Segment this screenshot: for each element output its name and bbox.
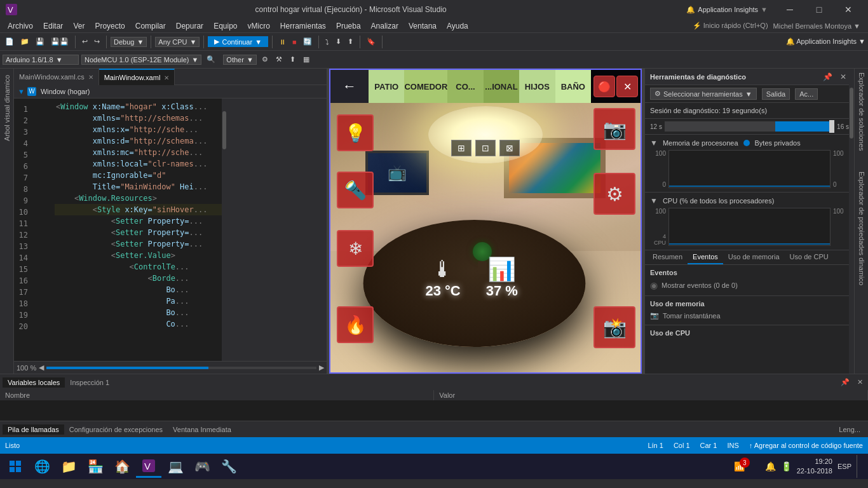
zoom-increase[interactable]: ▶	[319, 363, 324, 372]
menu-analizar[interactable]: Analizar	[366, 20, 403, 32]
close-button[interactable]: ✕	[834, 0, 863, 19]
app-insights-bar[interactable]: 🔔 Application Insights ▼	[679, 0, 775, 19]
bottom-close-icon[interactable]: ✕	[855, 378, 865, 386]
diag-scroll-thumb[interactable]	[850, 88, 853, 139]
tab-uso-cpu[interactable]: Uso de CPU	[785, 250, 834, 264]
tb-settings2[interactable]: ⚙	[259, 54, 271, 65]
top-ctrl-2[interactable]: ⊡	[475, 140, 496, 156]
taskbar-show-desktop[interactable]	[857, 455, 860, 478]
other-dropdown[interactable]: Other ▼	[223, 55, 256, 65]
tab-xaml[interactable]: MainWindow.xaml ✕	[99, 69, 175, 85]
cpu-dropdown[interactable]: Any CPU ▼	[155, 37, 200, 47]
wpf-icon-red1[interactable]: 🔴	[593, 76, 615, 97]
tb-redo[interactable]: ↪	[92, 36, 102, 47]
menu-ventana[interactable]: Ventana	[403, 20, 442, 32]
menu-editar[interactable]: Editar	[38, 20, 68, 32]
tab-xaml-close[interactable]: ✕	[164, 74, 169, 81]
code-content[interactable]: <Window x:Name="hogar" x:Class... xmlns=…	[55, 98, 222, 361]
zoom-decrease[interactable]: ◀	[39, 363, 44, 372]
select-tools-button[interactable]: ⚙ Seleccionar herramientas ▼	[650, 88, 757, 100]
room-tab-patio[interactable]: PATIO	[369, 70, 404, 103]
zoom-slider[interactable]	[46, 367, 316, 369]
memory-expand-icon[interactable]: ▼	[650, 139, 658, 147]
room-tab-co[interactable]: CO...	[447, 70, 483, 103]
menu-archivo[interactable]: Archivo	[3, 20, 38, 32]
snapshot-button[interactable]: 📷 Tomar instantánea	[650, 310, 849, 321]
timeline-track[interactable]	[665, 121, 834, 132]
room-tab-hijos[interactable]: HIJOS	[519, 70, 555, 103]
menu-ver[interactable]: Ver	[68, 20, 90, 32]
menu-herramientas[interactable]: Herramientas	[275, 20, 331, 32]
exception-config-tab[interactable]: Configuración de excepciones	[64, 424, 168, 435]
continue-button[interactable]: ▶ Continuar ▼	[208, 36, 268, 47]
tb-undo[interactable]: ↩	[79, 36, 90, 47]
locals-tab[interactable]: Variables locales	[3, 377, 65, 388]
menu-ayuda[interactable]: Ayuda	[442, 20, 473, 32]
tb-bookmark[interactable]: 🔖	[364, 36, 378, 47]
ctrl-snowflake[interactable]: ❄	[337, 230, 374, 267]
tb-save[interactable]: 💾	[33, 36, 47, 47]
sidebar-explorador-soluciones[interactable]: Explorador de soluciones	[857, 69, 867, 155]
top-ctrl-1[interactable]: ⊞	[451, 140, 471, 156]
ctrl-camera2[interactable]: 📸	[593, 306, 635, 348]
editor-scrollbar[interactable]	[222, 98, 227, 361]
tb-restart[interactable]: 🔄	[301, 36, 315, 47]
diag-pin-button[interactable]: 📌	[820, 72, 835, 81]
taskbar-arduino[interactable]: 💻	[163, 455, 188, 478]
ctrl-lamp1[interactable]: 💡	[337, 114, 374, 151]
sidebar-explorador-propiedades[interactable]: Explorador de propiedades dinamico	[857, 168, 867, 289]
ctrl-gear[interactable]: ⚙	[593, 173, 635, 215]
nodemcu-selector[interactable]: NodeMCU 1.0 (ESP-12E Module) ▼	[81, 55, 201, 65]
diag-scrollbar[interactable]	[849, 69, 854, 374]
menu-compilar[interactable]: Compilar	[130, 20, 171, 32]
room-tab-bano[interactable]: BAÑO	[555, 70, 591, 103]
taskbar-app2[interactable]: 🔧	[216, 455, 241, 478]
menu-vmicro[interactable]: vMicro	[243, 20, 275, 32]
ac-button[interactable]: Ac...	[795, 88, 818, 100]
tb-step-out[interactable]: ⬆	[345, 36, 356, 47]
output-button[interactable]: Salida	[762, 88, 790, 100]
bottom-pin-icon[interactable]: 📌	[838, 378, 852, 386]
ctrl-lamp2[interactable]: 🔦	[337, 172, 374, 208]
minimize-button[interactable]: ─	[775, 0, 804, 19]
taskbar-explorer[interactable]: 📁	[56, 455, 81, 478]
room-tab-ional[interactable]: ...IONAL	[484, 70, 519, 103]
tb-search2[interactable]: 🔍	[204, 54, 218, 65]
cpu-expand-icon[interactable]: ▼	[650, 196, 658, 205]
tb-pause[interactable]: ⏸	[276, 37, 288, 47]
taskbar-ie[interactable]: 🌐	[29, 455, 55, 478]
tab-xaml-cs-close[interactable]: ✕	[88, 74, 93, 81]
tab-eventos[interactable]: Eventos	[688, 250, 723, 264]
tb-save-all[interactable]: 💾💾	[48, 36, 71, 47]
tb-build[interactable]: ⚒	[273, 54, 285, 65]
tab-xaml-cs[interactable]: MainWindow.xaml.cs ✕	[14, 69, 99, 85]
tb-open[interactable]: 📁	[18, 36, 32, 47]
sidebar-arbol-visual[interactable]: Arbol visual dinamico	[2, 71, 12, 145]
immediate-tab[interactable]: Ventana Inmediata	[168, 424, 236, 435]
tb-step-into[interactable]: ⬇	[333, 36, 344, 47]
tab-resumen[interactable]: Resumen	[648, 250, 688, 264]
room-tab-comedor[interactable]: COMEDOR	[404, 70, 447, 103]
wpf-icon-red2[interactable]: ✕	[616, 76, 638, 97]
start-button[interactable]	[3, 455, 28, 478]
ctrl-camera1[interactable]: 📷	[593, 108, 635, 150]
menu-prueba[interactable]: Prueba	[331, 20, 366, 32]
menu-equipo[interactable]: Equipo	[208, 20, 242, 32]
arduino-selector[interactable]: Arduino 1.6/1.8 ▼	[3, 55, 79, 65]
events-row[interactable]: ◉ Mostrar eventos (0 de 0)	[650, 279, 849, 292]
tb-serial[interactable]: ▦	[301, 54, 312, 65]
user-profile[interactable]: Michel Bernales Montoya ▼	[773, 22, 860, 30]
status-source-control[interactable]: ↑ Agregar al control de código fuente	[749, 442, 863, 449]
debug-mode-dropdown[interactable]: Debug ▼	[111, 37, 147, 47]
ctrl-radiator[interactable]: 🔥	[337, 306, 374, 343]
tb-step-over[interactable]: ⤵	[323, 37, 332, 47]
diag-close-button[interactable]: ✕	[837, 72, 849, 81]
search-quick-launch[interactable]: ⚡ Inicio rápido (Ctrl+Q)	[693, 22, 768, 30]
inspection-tab[interactable]: Inspección 1	[65, 377, 114, 388]
taskbar-store[interactable]: 🏪	[83, 455, 108, 478]
menu-depurar[interactable]: Depurar	[171, 20, 208, 32]
app-insights-toolbar-label[interactable]: 🔔 Application Insights ▼	[786, 37, 865, 46]
taskbar-cortana[interactable]: 🏠	[109, 455, 135, 478]
wpf-back-button[interactable]: ←	[330, 70, 369, 103]
editor-scroll-thumb[interactable]	[222, 111, 226, 149]
